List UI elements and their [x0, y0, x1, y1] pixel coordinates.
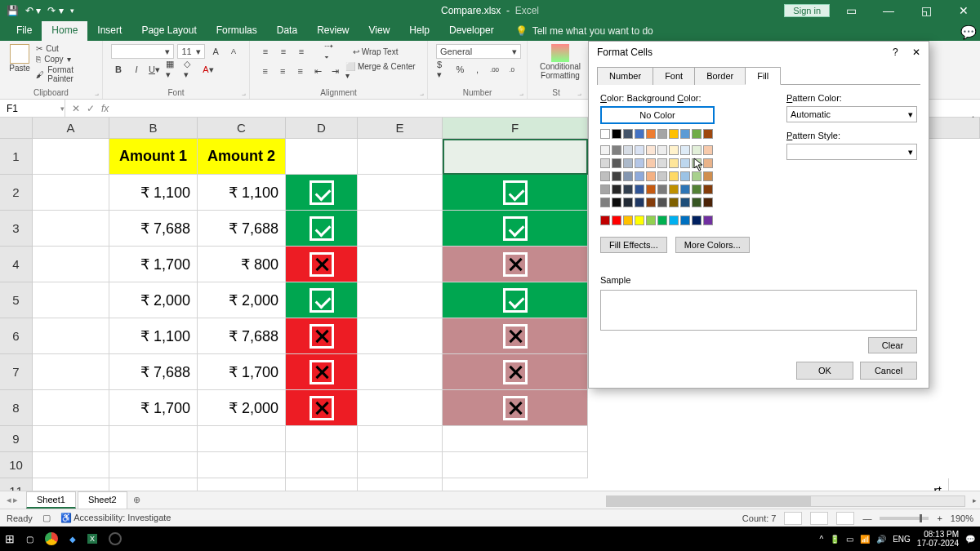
cell-f7[interactable] — [443, 354, 588, 390]
cell-d7[interactable] — [286, 354, 358, 390]
cell-c2[interactable]: ₹ 1,100 — [198, 175, 286, 211]
color-swatch[interactable] — [703, 129, 713, 139]
sign-in-button[interactable]: Sign in — [784, 4, 830, 17]
cell-a7[interactable] — [33, 354, 109, 390]
cell-c1[interactable]: Amount 2 — [198, 139, 286, 175]
cell-f2[interactable] — [443, 175, 588, 211]
cell-c10[interactable] — [198, 452, 286, 478]
tell-me-search[interactable]: 💡Tell me what you want to do — [504, 21, 653, 41]
cell-e9[interactable] — [358, 426, 443, 452]
color-swatch[interactable] — [657, 198, 667, 207]
no-color-button[interactable]: No Color — [600, 106, 715, 124]
font-color-button[interactable]: A ▾ — [201, 62, 216, 77]
column-header-D[interactable]: D — [286, 118, 358, 138]
undo-icon[interactable]: ↶ ▾ — [25, 5, 41, 16]
cell-b11[interactable] — [109, 478, 198, 491]
cell-c5[interactable]: ₹ 2,000 — [198, 282, 286, 318]
tray-battery-icon[interactable]: 🔋 — [830, 535, 840, 544]
row-header-10[interactable]: 10 — [0, 452, 32, 478]
cell-d11[interactable] — [286, 478, 358, 491]
color-swatch[interactable] — [623, 129, 633, 139]
color-swatch[interactable] — [600, 129, 610, 139]
cell-e6[interactable] — [358, 318, 443, 354]
increase-indent-icon[interactable]: ⇥ — [328, 64, 342, 78]
column-header-B[interactable]: B — [109, 118, 198, 138]
align-left-icon[interactable]: ≡ — [258, 64, 272, 78]
color-swatch[interactable] — [703, 198, 713, 207]
cell-a5[interactable] — [33, 282, 109, 318]
cell-e11[interactable] — [358, 478, 443, 491]
zoom-out-icon[interactable]: — — [862, 513, 871, 523]
cell-d6[interactable] — [286, 318, 358, 354]
maximize-icon[interactable]: ◱ — [910, 0, 942, 21]
color-swatch[interactable] — [669, 184, 679, 194]
cell-a9[interactable] — [33, 426, 109, 452]
color-swatch[interactable] — [703, 184, 713, 194]
decrease-font-icon[interactable]: A — [226, 44, 241, 59]
fill-color-button[interactable]: ◇ ▾ — [183, 62, 198, 77]
font-name-combo[interactable]: ▾ — [111, 44, 174, 59]
cell-e7[interactable] — [358, 354, 443, 390]
cell-a1[interactable] — [33, 139, 109, 175]
cell-d2[interactable] — [286, 175, 358, 211]
sheet-tab-sheet1[interactable]: Sheet1 — [26, 491, 76, 509]
tab-insert[interactable]: Insert — [87, 21, 131, 41]
tray-chevron-icon[interactable]: ^ — [819, 535, 823, 544]
start-icon[interactable]: ⊞ — [5, 532, 15, 545]
cell-b3[interactable]: ₹ 7,688 — [109, 211, 198, 247]
color-swatch[interactable] — [623, 171, 633, 181]
excel-taskbar-icon[interactable]: X — [87, 534, 97, 544]
color-swatch[interactable] — [657, 145, 667, 155]
ok-button[interactable]: OK — [796, 362, 853, 380]
color-swatch[interactable] — [623, 158, 633, 168]
tab-page-layout[interactable]: Page Layout — [131, 21, 206, 41]
cell-e4[interactable] — [358, 247, 443, 282]
tab-view[interactable]: View — [359, 21, 400, 41]
underline-button[interactable]: U ▾ — [147, 62, 162, 77]
color-swatch[interactable] — [600, 198, 610, 207]
color-swatch[interactable] — [680, 145, 690, 155]
color-swatch[interactable] — [612, 129, 621, 139]
color-swatch[interactable] — [646, 184, 656, 194]
cell-b9[interactable] — [109, 426, 198, 452]
color-swatch[interactable] — [635, 216, 644, 225]
color-swatch[interactable] — [669, 216, 679, 225]
row-header-1[interactable]: 1 — [0, 139, 32, 175]
font-size-combo[interactable]: 11▾ — [177, 44, 205, 59]
color-swatch[interactable] — [680, 171, 690, 181]
color-swatch[interactable] — [703, 171, 713, 181]
color-swatch[interactable] — [692, 184, 702, 194]
tray-wifi-icon[interactable]: 📶 — [860, 535, 870, 544]
cell-d10[interactable] — [286, 452, 358, 478]
cell-b6[interactable]: ₹ 1,100 — [109, 318, 198, 354]
color-swatch[interactable] — [646, 158, 656, 168]
color-swatch[interactable] — [635, 129, 644, 139]
cell-d4[interactable] — [286, 247, 358, 282]
cell-f4[interactable] — [443, 247, 588, 282]
sheet-nav-next-icon[interactable]: ▸ — [13, 495, 18, 505]
align-right-icon[interactable]: ≡ — [293, 64, 307, 78]
color-swatch[interactable] — [669, 158, 679, 168]
cell-a10[interactable] — [33, 452, 109, 478]
color-swatch[interactable] — [692, 158, 702, 168]
cell-d3[interactable] — [286, 211, 358, 247]
dialog-tab-fill[interactable]: Fill — [745, 67, 781, 85]
row-header-8[interactable]: 8 — [0, 390, 32, 426]
pattern-color-combo[interactable]: Automatic▾ — [786, 106, 917, 122]
color-swatch[interactable] — [657, 129, 667, 139]
select-all-corner[interactable] — [0, 118, 32, 139]
color-swatch[interactable] — [680, 198, 690, 207]
tray-onedrive-icon[interactable]: ▭ — [846, 535, 853, 544]
color-swatch[interactable] — [703, 216, 713, 225]
cell-a11[interactable] — [33, 478, 109, 491]
normal-view-icon[interactable] — [784, 512, 802, 525]
color-swatch[interactable] — [657, 171, 667, 181]
color-swatch[interactable] — [646, 145, 656, 155]
minimize-icon[interactable]: — — [872, 0, 905, 21]
format-painter-button[interactable]: 🖌Format Painter — [36, 65, 94, 83]
cell-c9[interactable] — [198, 426, 286, 452]
more-colors-button[interactable]: More Colors... — [675, 237, 750, 253]
zoom-level[interactable]: 190% — [951, 513, 973, 523]
color-swatch[interactable] — [600, 184, 610, 194]
decrease-decimal-icon[interactable]: .0 — [505, 62, 519, 77]
